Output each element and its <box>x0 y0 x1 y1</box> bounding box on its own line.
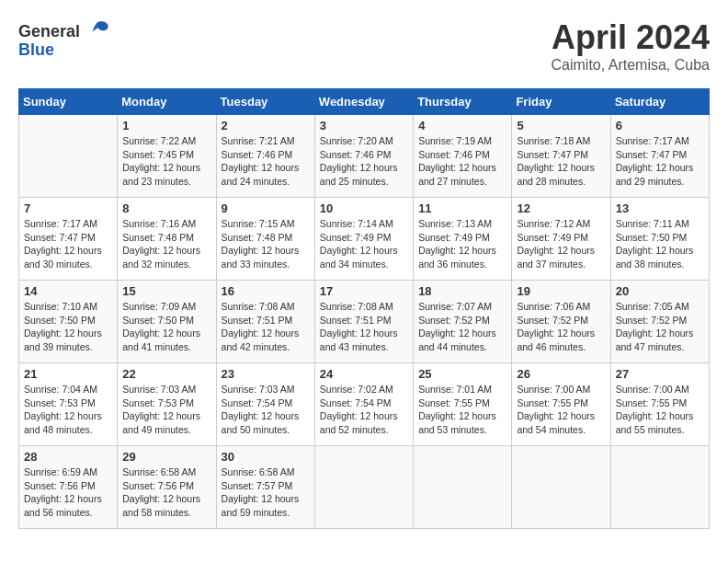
day-info: Sunrise: 7:17 AM Sunset: 7:47 PM Dayligh… <box>24 217 112 271</box>
calendar-cell: 19Sunrise: 7:06 AM Sunset: 7:52 PM Dayli… <box>512 281 610 363</box>
calendar-cell: 29Sunrise: 6:58 AM Sunset: 7:56 PM Dayli… <box>118 446 216 529</box>
day-info: Sunrise: 7:03 AM Sunset: 7:53 PM Dayligh… <box>122 383 210 437</box>
calendar-cell: 21Sunrise: 7:04 AM Sunset: 7:53 PM Dayli… <box>19 363 118 446</box>
day-number: 8 <box>122 201 210 215</box>
day-info: Sunrise: 7:08 AM Sunset: 7:51 PM Dayligh… <box>320 300 408 354</box>
day-info: Sunrise: 7:00 AM Sunset: 7:55 PM Dayligh… <box>517 383 605 437</box>
day-number: 30 <box>222 450 310 464</box>
day-number: 10 <box>320 201 408 215</box>
calendar-cell: 9Sunrise: 7:15 AM Sunset: 7:48 PM Daylig… <box>216 198 314 281</box>
logo: General Blue <box>18 18 109 60</box>
calendar-week-row: 14Sunrise: 7:10 AM Sunset: 7:50 PM Dayli… <box>19 281 710 363</box>
calendar-cell: 14Sunrise: 7:10 AM Sunset: 7:50 PM Dayli… <box>19 281 118 363</box>
calendar-cell: 16Sunrise: 7:08 AM Sunset: 7:51 PM Dayli… <box>216 281 314 363</box>
day-number: 23 <box>222 367 310 381</box>
calendar-cell: 7Sunrise: 7:17 AM Sunset: 7:47 PM Daylig… <box>19 198 118 281</box>
day-number: 4 <box>418 119 506 132</box>
day-info: Sunrise: 7:17 AM Sunset: 7:47 PM Dayligh… <box>616 134 704 189</box>
calendar-body: 1Sunrise: 7:22 AM Sunset: 7:45 PM Daylig… <box>19 115 710 529</box>
calendar-week-row: 21Sunrise: 7:04 AM Sunset: 7:53 PM Dayli… <box>19 363 710 446</box>
day-number: 1 <box>122 119 210 132</box>
day-info: Sunrise: 7:04 AM Sunset: 7:53 PM Dayligh… <box>24 383 112 437</box>
calendar-header-row: SundayMondayTuesdayWednesdayThursdayFrid… <box>19 89 710 115</box>
day-info: Sunrise: 7:01 AM Sunset: 7:55 PM Dayligh… <box>418 383 506 437</box>
day-number: 17 <box>320 284 408 298</box>
day-number: 7 <box>24 201 112 215</box>
day-number: 25 <box>418 367 506 381</box>
day-number: 14 <box>24 284 112 298</box>
calendar-cell: 3Sunrise: 7:20 AM Sunset: 7:46 PM Daylig… <box>314 115 413 198</box>
location-title: Caimito, Artemisa, Cuba <box>551 57 710 74</box>
calendar-cell <box>19 115 118 198</box>
day-number: 24 <box>320 367 408 381</box>
calendar-day-header: Sunday <box>19 89 118 115</box>
day-info: Sunrise: 7:08 AM Sunset: 7:51 PM Dayligh… <box>222 300 310 354</box>
calendar-cell <box>610 446 709 529</box>
calendar-cell: 18Sunrise: 7:07 AM Sunset: 7:52 PM Dayli… <box>414 281 512 363</box>
day-info: Sunrise: 7:14 AM Sunset: 7:49 PM Dayligh… <box>320 217 408 271</box>
day-number: 19 <box>517 284 605 298</box>
day-number: 13 <box>616 201 704 215</box>
calendar-cell: 15Sunrise: 7:09 AM Sunset: 7:50 PM Dayli… <box>118 281 216 363</box>
calendar-day-header: Thursday <box>414 89 512 115</box>
day-info: Sunrise: 7:10 AM Sunset: 7:50 PM Dayligh… <box>24 300 112 354</box>
calendar-cell: 24Sunrise: 7:02 AM Sunset: 7:54 PM Dayli… <box>314 363 413 446</box>
day-number: 27 <box>616 367 704 381</box>
day-info: Sunrise: 7:12 AM Sunset: 7:49 PM Dayligh… <box>517 217 605 271</box>
day-info: Sunrise: 7:05 AM Sunset: 7:52 PM Dayligh… <box>616 300 704 354</box>
calendar-week-row: 1Sunrise: 7:22 AM Sunset: 7:45 PM Daylig… <box>19 115 710 198</box>
calendar-cell: 1Sunrise: 7:22 AM Sunset: 7:45 PM Daylig… <box>118 115 216 198</box>
calendar-cell <box>512 446 610 529</box>
day-number: 26 <box>517 367 605 381</box>
day-number: 3 <box>320 119 408 132</box>
day-info: Sunrise: 7:16 AM Sunset: 7:48 PM Dayligh… <box>122 217 210 271</box>
calendar-cell: 8Sunrise: 7:16 AM Sunset: 7:48 PM Daylig… <box>118 198 216 281</box>
day-number: 22 <box>122 367 210 381</box>
logo-blue-text: Blue <box>18 40 54 60</box>
day-number: 9 <box>222 201 310 215</box>
calendar-cell: 4Sunrise: 7:19 AM Sunset: 7:46 PM Daylig… <box>414 115 512 198</box>
calendar-cell: 22Sunrise: 7:03 AM Sunset: 7:53 PM Dayli… <box>118 363 216 446</box>
calendar-cell: 6Sunrise: 7:17 AM Sunset: 7:47 PM Daylig… <box>610 115 709 198</box>
calendar-cell <box>314 446 413 529</box>
day-info: Sunrise: 7:00 AM Sunset: 7:55 PM Dayligh… <box>616 383 704 437</box>
day-info: Sunrise: 7:11 AM Sunset: 7:50 PM Dayligh… <box>616 217 704 271</box>
day-info: Sunrise: 7:18 AM Sunset: 7:47 PM Dayligh… <box>517 134 605 189</box>
header: General Blue April 2024 Caimito, Artemis… <box>18 18 710 74</box>
day-number: 6 <box>616 119 704 132</box>
calendar-week-row: 28Sunrise: 6:59 AM Sunset: 7:56 PM Dayli… <box>19 446 710 529</box>
calendar-cell: 13Sunrise: 7:11 AM Sunset: 7:50 PM Dayli… <box>610 198 709 281</box>
day-number: 2 <box>222 119 310 132</box>
calendar-cell: 5Sunrise: 7:18 AM Sunset: 7:47 PM Daylig… <box>512 115 610 198</box>
day-number: 18 <box>418 284 506 298</box>
calendar-cell: 12Sunrise: 7:12 AM Sunset: 7:49 PM Dayli… <box>512 198 610 281</box>
logo-general-text: General <box>18 22 80 41</box>
day-info: Sunrise: 7:07 AM Sunset: 7:52 PM Dayligh… <box>418 300 506 354</box>
day-number: 11 <box>418 201 506 215</box>
day-number: 29 <box>122 450 210 464</box>
calendar-cell: 26Sunrise: 7:00 AM Sunset: 7:55 PM Dayli… <box>512 363 610 446</box>
calendar-cell: 23Sunrise: 7:03 AM Sunset: 7:54 PM Dayli… <box>216 363 314 446</box>
calendar-cell: 27Sunrise: 7:00 AM Sunset: 7:55 PM Dayli… <box>610 363 709 446</box>
calendar-cell: 28Sunrise: 6:59 AM Sunset: 7:56 PM Dayli… <box>19 446 118 529</box>
calendar-day-header: Monday <box>118 89 216 115</box>
day-info: Sunrise: 7:22 AM Sunset: 7:45 PM Dayligh… <box>122 134 210 189</box>
day-info: Sunrise: 7:02 AM Sunset: 7:54 PM Dayligh… <box>320 383 408 437</box>
day-info: Sunrise: 7:21 AM Sunset: 7:46 PM Dayligh… <box>222 134 310 189</box>
day-info: Sunrise: 6:58 AM Sunset: 7:57 PM Dayligh… <box>222 465 310 520</box>
calendar-day-header: Wednesday <box>314 89 413 115</box>
calendar-cell: 30Sunrise: 6:58 AM Sunset: 7:57 PM Dayli… <box>216 446 314 529</box>
day-info: Sunrise: 6:58 AM Sunset: 7:56 PM Dayligh… <box>122 465 210 520</box>
calendar-day-header: Friday <box>512 89 610 115</box>
title-area: April 2024 Caimito, Artemisa, Cuba <box>551 18 710 74</box>
day-number: 5 <box>517 119 605 132</box>
calendar-day-header: Saturday <box>610 89 709 115</box>
day-info: Sunrise: 7:15 AM Sunset: 7:48 PM Dayligh… <box>222 217 310 271</box>
day-info: Sunrise: 7:20 AM Sunset: 7:46 PM Dayligh… <box>320 134 408 189</box>
day-info: Sunrise: 7:06 AM Sunset: 7:52 PM Dayligh… <box>517 300 605 354</box>
logo-bird-icon <box>84 18 109 44</box>
month-title: April 2024 <box>551 18 710 57</box>
calendar-cell: 11Sunrise: 7:13 AM Sunset: 7:49 PM Dayli… <box>414 198 512 281</box>
day-number: 12 <box>517 201 605 215</box>
day-number: 28 <box>24 450 112 464</box>
